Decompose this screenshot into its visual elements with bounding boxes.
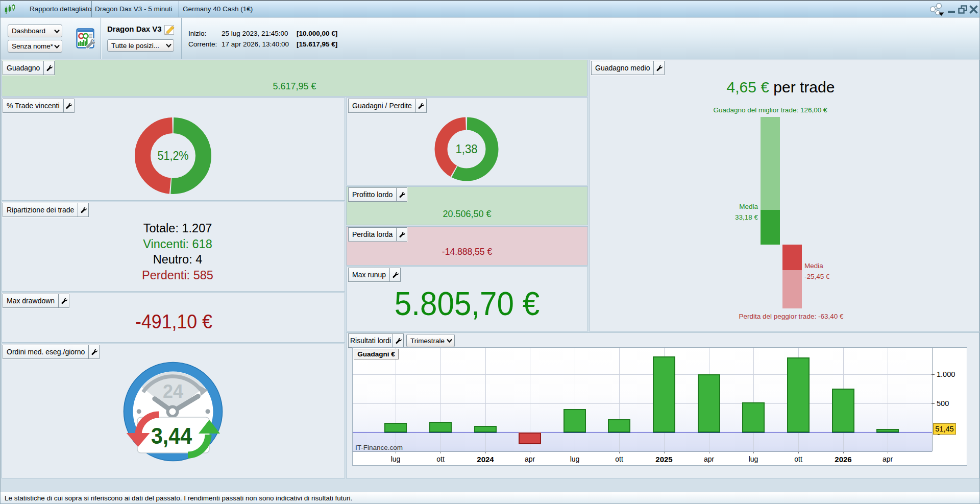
svg-text:1,38: 1,38 <box>456 142 478 156</box>
svg-text:3,44: 3,44 <box>151 423 192 448</box>
svg-text:24: 24 <box>163 381 183 402</box>
svg-text:51,2%: 51,2% <box>158 149 189 162</box>
